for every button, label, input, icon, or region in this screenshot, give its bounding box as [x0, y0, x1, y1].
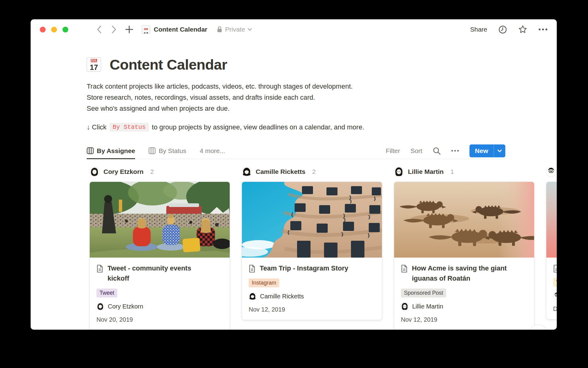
privacy-label: Private — [225, 26, 245, 33]
view-options-icon[interactable] — [451, 150, 459, 152]
hint-code-chip: By Status — [110, 123, 149, 132]
card-tag: Sponsored Post — [401, 289, 446, 297]
sidebar-menu-icon[interactable] — [78, 23, 87, 36]
more-views-link[interactable]: 4 more... — [200, 147, 225, 155]
column-assignee-name: Cory Etzkorn — [104, 168, 144, 175]
breadcrumb-title: Content Calendar — [154, 26, 207, 33]
card-title: How Acme is saving the giant iguanas of … — [412, 263, 519, 283]
more-options-icon[interactable] — [538, 23, 548, 36]
card-cover-iguanas-photo — [394, 182, 534, 258]
updates-clock-icon[interactable] — [498, 23, 507, 36]
assignee-avatar — [394, 167, 404, 177]
page-description: Track content projects like articles, po… — [87, 81, 557, 114]
tab-by-status[interactable]: By Status — [149, 143, 186, 159]
board-column-partial: V D — [546, 166, 557, 330]
window-controls — [40, 27, 68, 33]
page-content: JUL 17 Content Calendar Track content pr… — [31, 40, 557, 330]
minimize-window-button[interactable] — [51, 27, 57, 33]
tab-by-assignee[interactable]: By Assignee — [87, 143, 135, 159]
board-view-icon — [87, 147, 94, 154]
description-line: Store research, notes, recordings, visua… — [87, 92, 557, 103]
breadcrumb[interactable]: JUL 17 Content Calendar — [142, 25, 207, 34]
person-avatar — [553, 292, 557, 300]
card-cover-gradient-photo — [546, 182, 557, 258]
column-count: 2 — [150, 168, 154, 175]
page-icon[interactable]: JUL 17 — [87, 57, 101, 72]
card-cover-building-photo — [242, 182, 382, 258]
board-column-camille: Camille Ricketts 2 — [242, 166, 382, 330]
close-window-button[interactable] — [40, 27, 46, 33]
privacy-control[interactable]: Private — [217, 26, 252, 33]
column-header[interactable]: Lillie Martin 1 — [394, 166, 534, 178]
assignee-avatar — [242, 167, 251, 177]
page-doc-icon — [401, 265, 408, 273]
card-cover-festival-photo — [90, 182, 230, 258]
page-doc-icon — [96, 265, 103, 273]
card-team-trip[interactable]: Team Trip - Instagram Story Instagram Ca… — [242, 182, 382, 320]
person-avatar — [249, 293, 256, 300]
forward-button[interactable] — [111, 23, 117, 36]
column-header[interactable]: Camille Ricketts 2 — [242, 166, 382, 178]
card-tag: Tweet — [96, 289, 117, 297]
card-title: Tweet - community events kickoff — [107, 263, 215, 283]
description-line: See who's assigned and when projects are… — [87, 103, 557, 114]
search-icon[interactable] — [433, 147, 441, 155]
card-iguanas[interactable]: How Acme is saving the giant iguanas of … — [394, 182, 534, 330]
hint-line: ↓ Click By Status to group projects by a… — [87, 123, 557, 132]
board: Cory Etzkorn 2 — [90, 166, 557, 330]
card-partial[interactable]: V D — [546, 182, 557, 319]
card-date: Nov 12, 2019 — [249, 306, 375, 313]
column-count: 2 — [312, 168, 316, 175]
column-assignee-name: Lillie Martin — [408, 168, 444, 175]
zoom-window-button[interactable] — [62, 27, 68, 33]
person-name: Camille Ricketts — [260, 293, 304, 300]
app-window: JUL 17 Content Calendar Private Share — [31, 19, 557, 330]
new-button-label[interactable]: New — [469, 144, 494, 157]
person-avatar — [96, 303, 104, 310]
new-button-caret[interactable] — [494, 144, 505, 157]
card-tag: V — [553, 278, 557, 287]
chevron-down-icon — [247, 28, 252, 31]
toolbar: JUL 17 Content Calendar Private Share — [31, 19, 557, 40]
page-doc-icon — [249, 265, 255, 273]
person-avatar — [401, 303, 409, 310]
person-name: Cory Etzkorn — [108, 303, 143, 310]
person-name: Lillie Martin — [412, 303, 443, 310]
lock-icon — [217, 26, 223, 33]
view-tabs-bar: By Assignee By Status 4 more... Filter S… — [87, 143, 505, 159]
card-date: Nov 20, 2019 — [96, 316, 223, 323]
description-line: Track content projects like articles, po… — [87, 81, 557, 92]
tab-label: By Assignee — [97, 147, 135, 155]
page-title: Content Calendar — [110, 56, 227, 73]
column-assignee-name: Camille Ricketts — [256, 168, 305, 175]
card-date: D — [553, 305, 557, 312]
share-button[interactable]: Share — [470, 26, 487, 33]
new-page-button[interactable] — [125, 23, 133, 36]
assignee-avatar — [546, 167, 556, 177]
hint-prefix: ↓ Click — [87, 123, 107, 131]
favorite-star-icon[interactable] — [518, 23, 527, 36]
column-header[interactable]: Cory Etzkorn 2 — [90, 166, 230, 178]
back-button[interactable] — [96, 23, 103, 36]
card-tag: Instagram — [249, 278, 279, 287]
board-column-lillie: Lillie Martin 1 — [394, 166, 534, 330]
sort-button[interactable]: Sort — [410, 147, 422, 155]
hint-suffix: to group projects by assignee, view dead… — [152, 123, 364, 131]
column-count: 1 — [450, 168, 454, 175]
page-doc-icon — [553, 265, 557, 273]
tab-label: By Status — [159, 147, 186, 155]
board-column-cory: Cory Etzkorn 2 — [90, 166, 230, 330]
card-title: Team Trip - Instagram Story — [260, 263, 348, 273]
card-tweet-community-events[interactable]: Tweet - community events kickoff Tweet C… — [90, 182, 230, 330]
board-view-icon — [149, 147, 156, 154]
column-header[interactable] — [546, 166, 557, 178]
card-date: Nov 12, 2019 — [401, 316, 527, 323]
chevron-down-icon — [497, 149, 502, 152]
new-button[interactable]: New — [469, 144, 505, 157]
filter-button[interactable]: Filter — [386, 147, 400, 155]
page-calendar-icon: JUL 17 — [142, 25, 150, 34]
assignee-avatar — [90, 167, 99, 177]
